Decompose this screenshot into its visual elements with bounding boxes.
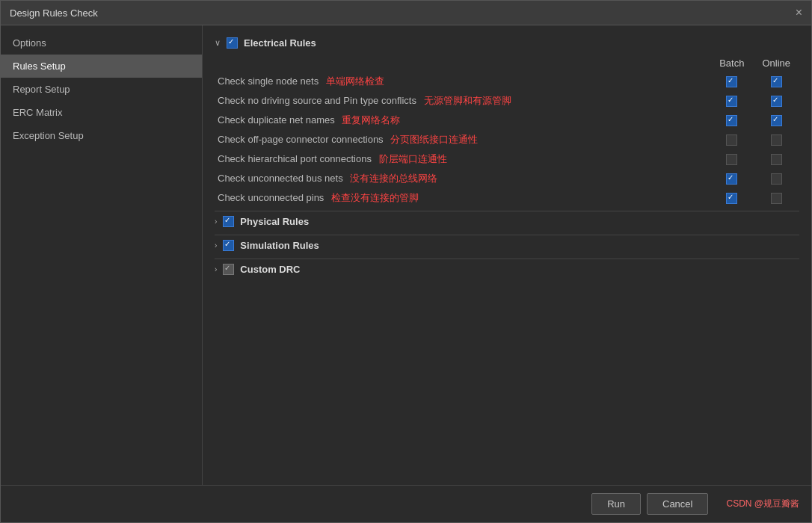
- col-header-batch: Batch: [710, 55, 753, 72]
- rule-label-no-driving: Check no driving source and Pin type con…: [218, 95, 416, 106]
- dialog-footer: Run Cancel CSDN @规豆瓣酱: [1, 485, 811, 522]
- rule-annotation-single-node: 单端网络检查: [326, 75, 384, 87]
- rule-label-hierarchical-port: Check hierarchical port connections: [218, 153, 372, 164]
- sidebar-item-options[interactable]: Options: [1, 31, 202, 55]
- online-checkbox-duplicate-net[interactable]: [771, 115, 782, 126]
- rule-annotation-duplicate-net: 重复网络名称: [342, 114, 400, 126]
- sidebar-item-exception-setup[interactable]: Exception Setup: [1, 124, 202, 147]
- batch-checkbox-no-driving[interactable]: [726, 96, 737, 107]
- physical-rules-row[interactable]: › Physical Rules: [215, 211, 799, 232]
- sidebar-item-rules-setup[interactable]: Rules Setup: [1, 55, 202, 78]
- rule-annotation-no-driving: 无源管脚和有源管脚: [424, 95, 511, 106]
- sidebar-item-report-setup[interactable]: Report Setup: [1, 78, 202, 101]
- table-row: Check single node nets 单端网络检查: [215, 72, 799, 91]
- simulation-rules-chevron: ›: [215, 241, 217, 250]
- table-row: Check off-page connector connections 分页图…: [215, 130, 799, 149]
- title-bar: Design Rules Check ×: [1, 1, 811, 25]
- batch-checkbox-off-page[interactable]: [726, 134, 737, 146]
- batch-checkbox-unconnected-bus[interactable]: [726, 173, 737, 185]
- table-row: Check no driving source and Pin type con…: [215, 91, 799, 111]
- custom-drc-checkbox[interactable]: [223, 264, 234, 275]
- online-checkbox-unconnected-pins[interactable]: [771, 193, 782, 204]
- rule-annotation-unconnected-pins: 检查没有连接的管脚: [331, 192, 419, 203]
- rule-label-off-page: Check off-page connector connections: [218, 134, 384, 145]
- table-row: Check unconnected pins 检查没有连接的管脚: [215, 188, 799, 208]
- electrical-rules-header: ∨ Electrical Rules: [215, 37, 799, 49]
- dialog-window: Design Rules Check × Options Rules Setup…: [0, 0, 812, 523]
- simulation-rules-row[interactable]: › Simulation Rules: [215, 235, 799, 256]
- rule-label-unconnected-bus: Check unconnected bus nets: [218, 173, 343, 184]
- rules-table: Batch Online Check single node nets 单端网络…: [215, 55, 799, 208]
- batch-checkbox-unconnected-pins[interactable]: [726, 193, 737, 204]
- main-content: ∨ Electrical Rules Batch Online: [203, 25, 811, 485]
- rule-label-duplicate-net: Check duplicate net names: [218, 114, 335, 126]
- custom-drc-title: Custom DRC: [240, 264, 300, 275]
- cancel-button[interactable]: Cancel: [647, 493, 708, 515]
- physical-rules-checkbox[interactable]: [223, 216, 234, 227]
- online-checkbox-unconnected-bus[interactable]: [771, 173, 782, 185]
- electrical-rules-checkbox[interactable]: [227, 37, 238, 49]
- simulation-rules-checkbox[interactable]: [223, 240, 234, 251]
- online-checkbox-no-driving[interactable]: [771, 96, 782, 107]
- electrical-rules-title: Electrical Rules: [244, 37, 316, 49]
- rule-annotation-hierarchical-port: 阶层端口连通性: [379, 153, 447, 164]
- table-row: Check duplicate net names 重复网络名称: [215, 111, 799, 130]
- sidebar: Options Rules Setup Report Setup ERC Mat…: [1, 25, 203, 485]
- rule-label-single-node: Check single node nets: [218, 75, 319, 87]
- col-header-online: Online: [753, 55, 799, 72]
- simulation-rules-title: Simulation Rules: [240, 240, 319, 251]
- physical-rules-title: Physical Rules: [240, 216, 309, 227]
- table-row: Check unconnected bus nets 没有连接的总线网络: [215, 169, 799, 188]
- run-button[interactable]: Run: [591, 493, 641, 515]
- dialog-title: Design Rules Check: [10, 7, 98, 19]
- rule-annotation-unconnected-bus: 没有连接的总线网络: [350, 173, 437, 184]
- batch-checkbox-single-node[interactable]: [726, 76, 737, 87]
- electrical-rules-toggle[interactable]: ∨: [215, 38, 221, 48]
- watermark: CSDN @规豆瓣酱: [726, 498, 799, 510]
- custom-drc-row[interactable]: › Custom DRC: [215, 259, 799, 279]
- batch-checkbox-hierarchical-port[interactable]: [726, 154, 737, 165]
- table-row: Check hierarchical port connections 阶层端口…: [215, 149, 799, 169]
- rule-label-unconnected-pins: Check unconnected pins: [218, 192, 324, 203]
- batch-checkbox-duplicate-net[interactable]: [726, 115, 737, 126]
- rule-annotation-off-page: 分页图纸接口连通性: [390, 134, 478, 145]
- sidebar-item-erc-matrix[interactable]: ERC Matrix: [1, 101, 202, 124]
- custom-drc-chevron: ›: [215, 265, 217, 273]
- online-checkbox-single-node[interactable]: [771, 76, 782, 87]
- online-checkbox-hierarchical-port[interactable]: [771, 154, 782, 165]
- online-checkbox-off-page[interactable]: [771, 134, 782, 146]
- dialog-body: Options Rules Setup Report Setup ERC Mat…: [1, 25, 811, 485]
- close-button[interactable]: ×: [796, 7, 802, 19]
- physical-rules-chevron: ›: [215, 217, 217, 226]
